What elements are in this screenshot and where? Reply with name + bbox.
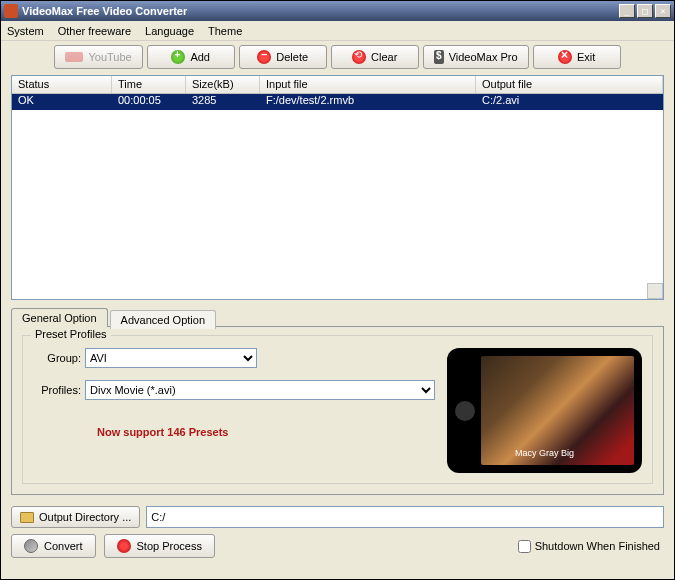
preset-profiles-fieldset: Preset Profiles Group: AVI Profiles: Div… — [22, 335, 653, 484]
youtube-button[interactable]: YouTube — [54, 45, 142, 69]
device-preview: Macy Gray Big — [447, 348, 642, 473]
maximize-button[interactable]: □ — [637, 4, 653, 18]
folder-icon — [20, 512, 34, 523]
col-input-file[interactable]: Input file — [260, 76, 476, 93]
list-header: Status Time Size(kB) Input file Output f… — [12, 76, 663, 94]
menu-system[interactable]: System — [7, 25, 44, 37]
shutdown-checkbox[interactable] — [518, 540, 531, 553]
menu-other-freeware[interactable]: Other freeware — [58, 25, 131, 37]
dollar-icon — [434, 50, 444, 64]
clear-button[interactable]: Clear — [331, 45, 419, 69]
file-list[interactable]: Status Time Size(kB) Input file Output f… — [11, 75, 664, 300]
delete-icon — [257, 50, 271, 64]
app-icon — [4, 4, 18, 18]
toolbar: YouTube Add Delete Clear VideoMax Pro Ex… — [1, 41, 674, 73]
convert-button[interactable]: Convert — [11, 534, 96, 558]
col-time[interactable]: Time — [112, 76, 186, 93]
add-button[interactable]: Add — [147, 45, 235, 69]
delete-button[interactable]: Delete — [239, 45, 327, 69]
tab-general-option[interactable]: General Option — [11, 308, 108, 327]
tab-advanced-option[interactable]: Advanced Option — [110, 310, 216, 329]
preset-count-note: Now support 146 Presets — [97, 426, 435, 438]
stop-process-button[interactable]: Stop Process — [104, 534, 215, 558]
col-size[interactable]: Size(kB) — [186, 76, 260, 93]
videomax-pro-button[interactable]: VideoMax Pro — [423, 45, 529, 69]
profiles-label: Profiles: — [33, 384, 81, 396]
exit-button[interactable]: Exit — [533, 45, 621, 69]
youtube-icon — [65, 52, 83, 62]
table-row[interactable]: OK 00:00:05 3285 F:/dev/test/2.rmvb C:/2… — [12, 94, 663, 110]
options-panel: Preset Profiles Group: AVI Profiles: Div… — [11, 326, 664, 495]
scrollbar-corner[interactable] — [647, 283, 663, 299]
close-button[interactable]: × — [655, 4, 671, 18]
clear-icon — [352, 50, 366, 64]
menu-theme[interactable]: Theme — [208, 25, 242, 37]
add-icon — [171, 50, 185, 64]
window-title: VideoMax Free Video Converter — [22, 5, 619, 17]
col-status[interactable]: Status — [12, 76, 112, 93]
convert-icon — [24, 539, 38, 553]
output-directory-button[interactable]: Output Directory ... — [11, 506, 140, 528]
minimize-button[interactable]: _ — [619, 4, 635, 18]
col-output-file[interactable]: Output file — [476, 76, 663, 93]
profiles-select[interactable]: Divx Movie (*.avi) — [85, 380, 435, 400]
output-directory-input[interactable] — [146, 506, 664, 528]
stop-icon — [117, 539, 131, 553]
group-select[interactable]: AVI — [85, 348, 257, 368]
menu-bar: System Other freeware Language Theme — [1, 21, 674, 41]
exit-icon — [558, 50, 572, 64]
group-label: Group: — [33, 352, 81, 364]
shutdown-when-finished[interactable]: Shutdown When Finished — [518, 540, 664, 553]
menu-language[interactable]: Language — [145, 25, 194, 37]
fieldset-legend: Preset Profiles — [31, 328, 111, 340]
